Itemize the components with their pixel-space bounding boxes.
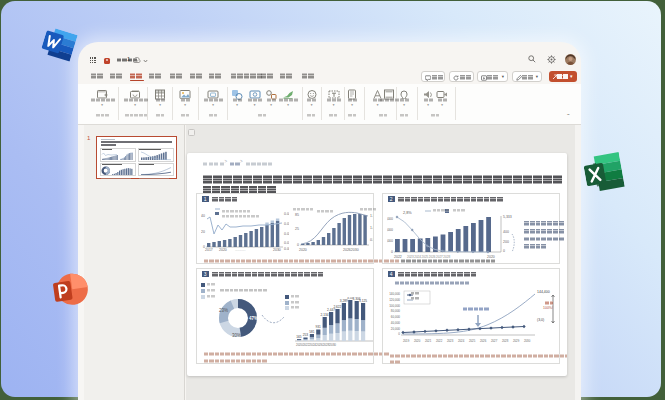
svg-text:............: ............ [235, 248, 246, 251]
svg-text:23%: 23% [219, 308, 228, 313]
svg-text:2,134: 2,134 [321, 313, 329, 317]
svg-text:80,000: 80,000 [391, 309, 401, 313]
svg-text:165: 165 [296, 335, 302, 339]
svg-text:2,8%: 2,8% [403, 211, 412, 215]
svg-text:3,125: 3,125 [359, 299, 367, 303]
svg-text:20262030: 20262030 [343, 248, 359, 252]
svg-text:0: 0 [503, 249, 505, 253]
svg-text:144,400: 144,400 [537, 290, 550, 294]
svg-text:2025: 2025 [469, 339, 476, 343]
svg-text:0: 0 [391, 250, 393, 254]
svg-text:2020: 2020 [219, 248, 227, 251]
svg-text:2029: 2029 [513, 339, 520, 343]
svg-text:1.0: 1.0 [370, 226, 373, 230]
svg-text:2023: 2023 [447, 339, 454, 343]
svg-text:25: 25 [295, 227, 299, 231]
svg-text:5,333: 5,333 [503, 215, 512, 219]
svg-text:2020: 2020 [414, 339, 421, 343]
svg-text:2030: 2030 [273, 248, 281, 251]
svg-text:2030: 2030 [524, 339, 531, 343]
svg-text:30%: 30% [232, 333, 241, 338]
svg-text:120,000: 120,000 [389, 298, 400, 302]
svg-text:2019: 2019 [403, 339, 410, 343]
svg-text:2020: 2020 [487, 255, 495, 259]
svg-text:2,622: 2,622 [333, 305, 341, 309]
svg-text:931: 931 [316, 325, 322, 329]
svg-text:(3,0): (3,0) [537, 318, 544, 322]
svg-text:140,000: 140,000 [389, 292, 400, 296]
svg-text:20,000: 20,000 [387, 228, 393, 232]
svg-text:202020222024202620282030: 202020222024202620282030 [296, 343, 336, 347]
svg-text:85: 85 [295, 213, 299, 217]
svg-text:0.03: 0.03 [284, 222, 289, 226]
svg-text:2027: 2027 [491, 339, 498, 343]
svg-text:2020: 2020 [299, 248, 307, 252]
svg-text:1.5: 1.5 [370, 214, 373, 218]
svg-text:2028: 2028 [502, 339, 509, 343]
svg-text:47%: 47% [249, 316, 258, 321]
svg-text:2017: 2017 [205, 248, 213, 251]
svg-text:10,000: 10,000 [387, 239, 393, 243]
svg-text:60,000: 60,000 [391, 315, 401, 319]
svg-text:200: 200 [503, 240, 509, 244]
svg-text:0: 0 [398, 332, 400, 336]
svg-text:2022: 2022 [394, 255, 402, 259]
svg-text:253: 253 [303, 333, 309, 337]
svg-text:20,000: 20,000 [391, 327, 401, 331]
svg-text:30,000: 30,000 [387, 217, 393, 221]
svg-text:20: 20 [201, 230, 205, 234]
svg-text:2022: 2022 [436, 339, 443, 343]
svg-text:0.02: 0.02 [284, 232, 289, 236]
svg-text:2024: 2024 [458, 339, 465, 343]
svg-text:2023 2024 2025 2026 2027 2028: 2023 2024 2025 2026 2027 2028 [407, 255, 450, 259]
svg-text:40,000: 40,000 [391, 321, 401, 325]
svg-text:2026: 2026 [480, 339, 487, 343]
svg-text:581: 581 [309, 330, 315, 334]
svg-text:2021: 2021 [425, 339, 432, 343]
svg-text:40: 40 [201, 214, 205, 218]
svg-text:0.01: 0.01 [284, 241, 289, 245]
svg-text:0.00: 0.00 [284, 247, 289, 251]
svg-text:400: 400 [503, 230, 509, 234]
svg-text:0.04: 0.04 [284, 212, 289, 216]
svg-text:0.5: 0.5 [370, 238, 373, 242]
svg-text:0: 0 [297, 243, 299, 247]
svg-text:100,000: 100,000 [389, 304, 400, 308]
